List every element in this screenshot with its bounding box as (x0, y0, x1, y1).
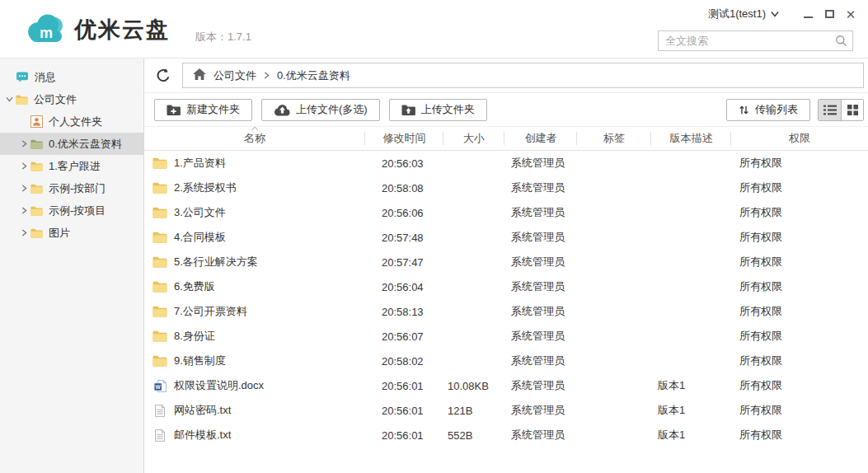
modified-time: 20:56:03 (365, 157, 443, 170)
sidebar-item[interactable]: 消息 (0, 66, 143, 88)
sidebar-item[interactable]: 1.客户跟进 (0, 155, 143, 177)
creator: 系统管理员 (504, 304, 577, 319)
list-view-button[interactable] (819, 100, 841, 120)
minimize-button[interactable] (797, 6, 819, 22)
file-name: 7.公司开票资料 (174, 304, 247, 319)
file-name-cell: 邮件模板.txt (144, 428, 365, 443)
table-row[interactable]: W权限设置说明.docx20:56:0110.08KB系统管理员版本1所有权限 (144, 373, 868, 398)
table-row[interactable]: 6.免费版20:56:04系统管理员所有权限 (144, 274, 868, 299)
search-icon[interactable] (835, 35, 847, 50)
permission: 所有权限 (731, 428, 868, 443)
user-name: 测试1(test1) (708, 7, 766, 21)
permission: 所有权限 (731, 156, 868, 171)
chevron-right-icon[interactable] (18, 229, 30, 236)
new-folder-button[interactable]: 新建文件夹 (154, 99, 252, 121)
grid-view-icon (847, 105, 858, 115)
version-desc: 版本1 (651, 403, 731, 418)
titlebar: 测试1(test1) ✕ (708, 6, 861, 22)
folder-icon (152, 281, 167, 293)
transfer-list-button[interactable]: 传输列表 (726, 99, 810, 121)
grid-view-button[interactable] (841, 100, 863, 120)
table-row[interactable]: 7.公司开票资料20:58:13系统管理员所有权限 (144, 299, 868, 324)
table-row[interactable]: 3.公司文件20:56:06系统管理员所有权限 (144, 200, 868, 225)
column-header-creator[interactable]: 创建者 (504, 126, 577, 151)
close-button[interactable]: ✕ (840, 6, 861, 22)
table-row[interactable]: 9.销售制度20:58:02系统管理员所有权限 (144, 349, 868, 373)
chevron-right-icon[interactable] (18, 140, 30, 148)
upload-folder-button[interactable]: 上传文件夹 (389, 99, 487, 121)
user-menu[interactable]: 测试1(test1) (708, 7, 779, 21)
modified-time: 20:58:08 (365, 182, 443, 194)
breadcrumb-current[interactable]: 0.优米云盘资料 (277, 68, 350, 83)
creator: 系统管理员 (504, 205, 577, 220)
column-header-modified[interactable]: 修改时间 (365, 126, 443, 151)
column-header-name[interactable]: 名称 (144, 126, 365, 151)
column-header-tag[interactable]: 标签 (577, 126, 651, 151)
table-row[interactable]: 4.合同模板20:57:48系统管理员所有权限 (144, 225, 868, 250)
file-name-cell: 4.合同模板 (144, 230, 365, 245)
search-input[interactable] (658, 30, 853, 51)
file-name-cell: 7.公司开票资料 (144, 304, 365, 319)
folder-upload-icon (401, 105, 415, 115)
global-search (658, 30, 853, 51)
file-name: 5.各行业解决方案 (174, 255, 258, 269)
sidebar-item[interactable]: 示例-按部门 (0, 177, 143, 199)
maximize-button[interactable] (819, 6, 840, 22)
table-row[interactable]: 网站密码.txt20:56:01121B系统管理员版本1所有权限 (144, 398, 868, 423)
view-toggle (818, 99, 864, 121)
modified-time: 20:58:13 (365, 306, 443, 318)
breadcrumb: 公司文件 0.优米云盘资料 (182, 63, 864, 88)
permission: 所有权限 (731, 230, 868, 245)
folder-yellow-icon (30, 228, 43, 238)
folder-icon (152, 232, 167, 243)
table-row[interactable]: 5.各行业解决方案20:57:47系统管理员所有权限 (144, 250, 868, 274)
navigation-bar: 公司文件 0.优米云盘资料 (144, 59, 868, 93)
sidebar-item[interactable]: 公司文件 (0, 88, 143, 110)
sidebar-item[interactable]: 个人文件夹 (0, 110, 143, 133)
app-title: 优米云盘 (74, 15, 170, 44)
file-name: 网站密码.txt (174, 403, 231, 418)
column-header-size[interactable]: 大小 (443, 126, 504, 151)
app-header: m 优米云盘 版本：1.7.1 测试1(test1) ✕ (0, 0, 868, 59)
sidebar-item[interactable]: 0.优米云盘资料 (0, 133, 143, 155)
chevron-right-icon (264, 72, 270, 79)
table-row[interactable]: 邮件模板.txt20:56:01552B系统管理员版本1所有权限 (144, 423, 868, 447)
table-row[interactable]: 8.身份证20:56:07系统管理员所有权限 (144, 324, 868, 349)
chevron-right-icon[interactable] (18, 185, 30, 192)
folder-icon (152, 157, 167, 169)
file-name-cell: 3.公司文件 (144, 205, 365, 220)
folder-yellow-icon (30, 184, 43, 194)
sidebar-item[interactable]: 示例-按项目 (0, 199, 143, 222)
file-size: 121B (443, 405, 504, 417)
file-name: 3.公司文件 (174, 205, 226, 220)
file-size: 552B (443, 429, 504, 442)
sidebar-item[interactable]: 图片 (0, 222, 143, 244)
table-row[interactable]: 2.系统授权书20:58:08系统管理员所有权限 (144, 176, 868, 200)
sidebar-item-label: 示例-按项目 (49, 204, 106, 218)
creator: 系统管理员 (504, 428, 577, 443)
permission: 所有权限 (731, 304, 868, 319)
new-folder-label: 新建文件夹 (186, 102, 240, 117)
permission: 所有权限 (731, 403, 868, 418)
table-row[interactable]: 1.产品资料20:56:03系统管理员所有权限 (144, 151, 868, 176)
refresh-button[interactable] (152, 65, 174, 87)
column-header-version[interactable]: 版本描述 (651, 126, 731, 151)
breadcrumb-root[interactable]: 公司文件 (213, 68, 256, 83)
file-name: 6.免费版 (174, 279, 215, 294)
chevron-down-icon[interactable] (3, 96, 16, 102)
file-name-cell: 2.系统授权书 (144, 180, 365, 195)
upload-files-button[interactable]: 上传文件(多选) (261, 99, 380, 121)
folder-icon (152, 330, 167, 342)
modified-time: 20:56:06 (365, 207, 443, 219)
modified-time: 20:56:01 (365, 405, 443, 417)
chevron-right-icon[interactable] (18, 162, 30, 170)
file-name: 4.合同模板 (174, 230, 226, 245)
folder-icon (152, 355, 167, 367)
chevron-right-icon[interactable] (18, 207, 30, 214)
file-name-cell: W权限设置说明.docx (144, 378, 365, 393)
right-tools: 传输列表 (726, 99, 864, 121)
creator: 系统管理员 (504, 156, 577, 171)
permission: 所有权限 (731, 180, 868, 195)
home-icon[interactable] (193, 68, 206, 82)
column-header-permission[interactable]: 权限 (731, 126, 868, 151)
